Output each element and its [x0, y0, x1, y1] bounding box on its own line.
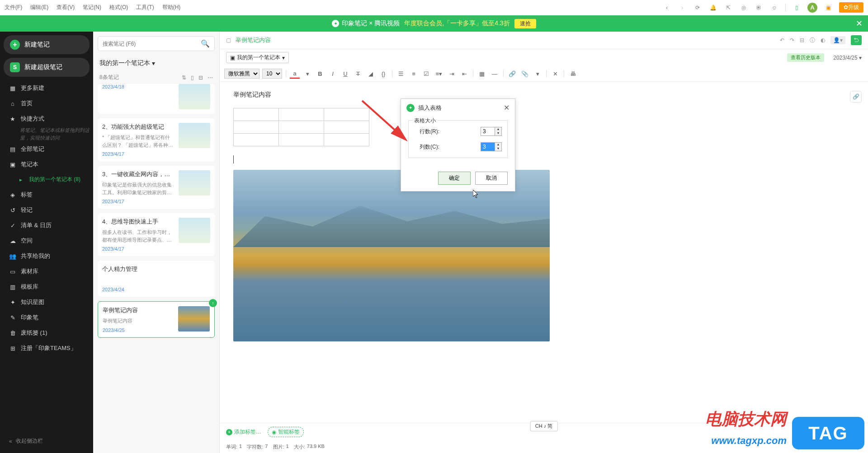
underline-icon[interactable]: U — [340, 69, 350, 79]
cols-down-icon[interactable]: ▼ — [495, 147, 501, 151]
cancel-button[interactable]: 取消 — [475, 172, 508, 185]
note-card[interactable]: 2、功能强大的超级笔记 * 「超级笔记」和普通笔记有什么区别？ 「超级笔记」将各… — [98, 118, 215, 161]
font-color-icon[interactable]: a — [290, 69, 300, 79]
content-image[interactable] — [233, 170, 550, 341]
sidebar-item-all-notes[interactable]: ▤全部笔记 — [4, 141, 90, 157]
rows-down-icon[interactable]: ▼ — [495, 131, 501, 135]
share-out-icon[interactable]: ⇱ — [724, 3, 733, 12]
search-input[interactable] — [103, 41, 201, 47]
sidebar-item-shortcuts[interactable]: ★快捷方式 — [4, 111, 90, 126]
rows-input[interactable] — [481, 127, 495, 135]
content-title[interactable]: 举例笔记内容 — [233, 91, 854, 99]
promo-close-icon[interactable]: ✕ — [856, 19, 863, 28]
print-icon[interactable]: ⊟ — [800, 37, 804, 43]
clear-format-icon[interactable]: ✕ — [550, 69, 560, 79]
notes-scroll[interactable]: 2023/4/18 2、功能强大的超级笔记 * 「超级笔记」和普通笔记有什么区别… — [93, 84, 219, 453]
avatar[interactable]: A — [807, 3, 817, 13]
more-icon[interactable]: ⋯ — [208, 75, 213, 81]
sidebar-item-home[interactable]: ⌂首页 — [4, 96, 90, 111]
backlink-icon[interactable]: 🔗 — [850, 91, 862, 103]
cols-spinner[interactable]: ▲▼ — [481, 142, 502, 151]
smart-tag-button[interactable]: ◉ 智能标签 — [268, 427, 304, 437]
sidebar-item-notebooks[interactable]: ▣笔记本 — [4, 157, 90, 172]
sidebar-item-checklist[interactable]: ✓清单 & 日历 — [4, 218, 90, 233]
new-note-button[interactable]: + 新建笔记 — [4, 35, 90, 54]
undo-icon[interactable]: ↶ — [780, 37, 784, 43]
cols-input[interactable] — [481, 143, 495, 151]
font-size-select[interactable]: 10 — [262, 69, 282, 79]
rows-spinner[interactable]: ▲▼ — [481, 127, 502, 136]
bullet-list-icon[interactable]: ☰ — [396, 69, 406, 79]
nav-back-icon[interactable]: ‹ — [662, 3, 671, 12]
italic-icon[interactable]: I — [328, 69, 338, 79]
filter-icon[interactable]: ⊟ — [198, 75, 203, 81]
search-icon[interactable]: 🔍 — [201, 39, 210, 48]
breadcrumb[interactable]: 举例笔记内容 — [236, 36, 271, 44]
attach-icon[interactable]: 📎 — [520, 69, 530, 79]
share-button[interactable]: ⮌ — [851, 35, 862, 45]
add-tag-button[interactable]: + 添加标签… — [226, 428, 261, 436]
highlight-icon[interactable]: ◢ — [366, 69, 376, 79]
sidebar-item-pen[interactable]: ✎印象笔 — [4, 310, 90, 325]
sort-icon[interactable]: ⇅ — [182, 75, 186, 81]
sidebar-item-my-notebook[interactable]: ▸我的第一个笔记本 (8) — [4, 172, 90, 187]
menu-help[interactable]: 帮助(H) — [162, 4, 181, 11]
code-icon[interactable]: {} — [378, 69, 388, 79]
sidebar-item-shared[interactable]: 👥共享给我的 — [4, 248, 90, 264]
nav-forward-icon[interactable]: › — [678, 3, 687, 12]
promo-button[interactable]: 速抢 — [514, 19, 536, 28]
ok-button[interactable]: 确定 — [438, 172, 471, 185]
bold-icon[interactable]: B — [315, 69, 325, 79]
cols-up-icon[interactable]: ▲ — [495, 143, 501, 147]
redo-icon[interactable]: ↷ — [790, 37, 794, 43]
sidebar-item-knowledge[interactable]: ✦知识星图 — [4, 294, 90, 310]
chevron-down-icon[interactable]: ▾ — [302, 69, 312, 79]
smile-icon[interactable]: ☺ — [770, 3, 779, 12]
note-card[interactable]: 个人精力管理 2023/4/24 — [98, 261, 215, 297]
menu-format[interactable]: 格式(O) — [109, 4, 128, 11]
note-card[interactable]: 2023/4/18 — [98, 84, 215, 114]
menu-tools[interactable]: 工具(T) — [136, 4, 154, 11]
menu-file[interactable]: 文件(F) — [5, 4, 22, 11]
search-box[interactable]: 🔍 — [98, 36, 215, 51]
note-card[interactable]: 4、思维导图快速上手 很多人在读书、工作和学习时，都有使用思维导图记录要点、… … — [98, 213, 215, 256]
person-dropdown[interactable]: 👤▾ — [830, 36, 845, 44]
rows-up-icon[interactable]: ▲ — [495, 127, 501, 131]
sidebar-item-tags[interactable]: ◈标签 — [4, 187, 90, 202]
align-icon[interactable]: ≡▾ — [434, 69, 444, 79]
notebook-title[interactable]: 我的第一个笔记本 ▾ — [93, 56, 219, 71]
shield-icon[interactable]: ⛨ — [755, 3, 764, 12]
new-super-note-button[interactable]: S 新建超级笔记 — [4, 58, 90, 77]
focus-icon[interactable]: ◐ — [821, 37, 825, 43]
note-card[interactable]: 3、一键收藏全网内容，… 印象笔记是你最强大的信息收集工具。利用印象笔记独家的剪… — [98, 166, 215, 209]
sidebar-item-trash[interactable]: 🗑废纸篓 (1) — [4, 325, 90, 341]
view-icon[interactable]: ▯ — [191, 75, 194, 81]
menu-edit[interactable]: 编辑(E) — [30, 4, 48, 11]
menu-view[interactable]: 查看(V) — [57, 4, 75, 11]
date-label[interactable]: 2023/4/25 ▾ — [833, 55, 862, 61]
upgrade-button[interactable]: ✿升级 — [839, 2, 863, 13]
dialog-close-icon[interactable]: ✕ — [504, 103, 509, 112]
indent-out-icon[interactable]: ⇤ — [459, 69, 469, 79]
link-icon[interactable]: 🔗 — [507, 69, 517, 79]
number-list-icon[interactable]: ≡ — [409, 69, 419, 79]
sidebar-item-teams[interactable]: ⊞注册「印象TEAMS」 — [4, 341, 90, 356]
expand-icon[interactable]: ▢ — [226, 37, 231, 43]
bell-icon[interactable]: 🔔 — [708, 3, 717, 12]
gift-icon[interactable]: ▣ — [824, 3, 833, 12]
strike-icon[interactable]: T̶ — [353, 69, 363, 79]
font-family-select[interactable]: 微软雅黑 — [224, 69, 259, 79]
prints-icon[interactable]: 🖶 — [568, 69, 578, 79]
sidebar-item-more-new[interactable]: ▦更多新建 — [4, 80, 90, 96]
content-table[interactable] — [233, 108, 369, 146]
collapse-sidebar-button[interactable]: « 收起侧边栏 — [4, 433, 90, 449]
hr-icon[interactable]: — — [490, 69, 500, 79]
note-card-selected[interactable]: ↑ 举例笔记内容 举例笔记内容 2023/4/25 — [98, 301, 215, 338]
info-icon[interactable]: ⓘ — [810, 37, 815, 44]
table-icon[interactable]: ▦ — [477, 69, 487, 79]
indent-in-icon[interactable]: ⇥ — [447, 69, 457, 79]
target-icon[interactable]: ◎ — [739, 3, 748, 12]
notebook-selector[interactable]: ▣ 我的第一个笔记本 ▾ — [226, 52, 289, 63]
menu-note[interactable]: 笔记(N) — [83, 4, 101, 11]
mobile-icon[interactable]: ▯ — [792, 3, 801, 12]
